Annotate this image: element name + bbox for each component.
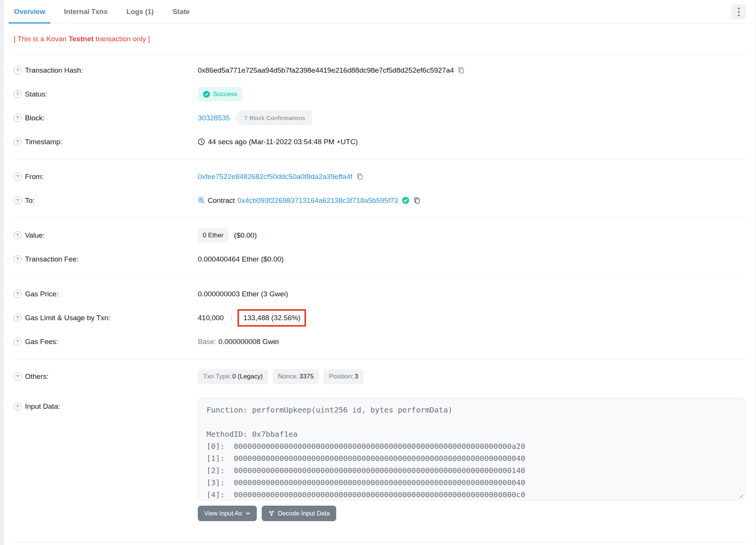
block-confirmations-badge: 7 Block Confirmations — [234, 111, 312, 126]
status-badge: Success — [198, 87, 242, 101]
view-input-as-button[interactable]: View Input As — [198, 506, 257, 521]
value-label: Value: — [25, 231, 45, 240]
help-icon[interactable]: ? — [14, 290, 22, 298]
to-address-link[interactable]: 0x4cb093f226983713164a62138c3f718a5b595f… — [238, 196, 398, 205]
ether-value-badge: 0 Ether — [198, 228, 228, 243]
check-circle-icon — [203, 91, 210, 98]
clock-icon — [198, 138, 205, 145]
tab-state[interactable]: State — [167, 0, 195, 23]
row-timestamp: ? Timestamp: 44 secs ago (Mar-11-2022 03… — [14, 130, 745, 154]
group-value-fee: ? Value: 0 Ether ($0.00) ? Transaction F… — [14, 218, 745, 276]
row-gas-limit-usage: ? Gas Limit & Usage by Txn: 410,000 | 13… — [14, 306, 745, 330]
input-data-textarea[interactable]: Function: performUpkeep(uint256 id, byte… — [198, 398, 745, 500]
row-status: ? Status: Success — [14, 82, 745, 106]
gas-usage-value: 133,488 (32.56%) — [243, 314, 300, 322]
help-icon[interactable]: ? — [14, 173, 22, 181]
zoom-in-icon[interactable] — [198, 197, 205, 204]
transaction-details-card: Overview Internal Txns Logs (1) State [ … — [4, 0, 756, 545]
timestamp-value: 44 secs ago (Mar-11-2022 03:54:48 PM +UT… — [208, 138, 358, 146]
verified-check-icon — [402, 197, 409, 204]
group-others-input: ? Others: Txn Type:0 (Legacy) Nonce:3375… — [14, 359, 745, 545]
copy-icon[interactable] — [356, 173, 363, 180]
nonce-badge: Nonce:3375 — [273, 369, 319, 384]
base-fee-value: 0.000000008 Gwei — [219, 338, 279, 346]
kebab-icon — [738, 8, 740, 9]
gas-limit-label: Gas Limit & Usage by Txn: — [25, 314, 110, 322]
input-word-2: [2]: 00000000000000000000000000000000000… — [206, 464, 737, 476]
input-methodid-line: MethodID: 0x7bbaf1ea — [206, 428, 737, 440]
block-number-link[interactable]: 30328535 — [198, 114, 230, 122]
help-icon[interactable]: ? — [14, 66, 22, 74]
tab-logs[interactable]: Logs (1) — [121, 0, 159, 23]
group-gas: ? Gas Price: 0.000000003 Ether (3 Gwei) … — [14, 277, 745, 359]
help-icon[interactable]: ? — [14, 138, 22, 146]
red-highlight-box: 133,488 (32.56%) — [238, 309, 306, 327]
from-address-link[interactable]: 0xfee7522e8482682cf50ddc50a0f8da2a39effa… — [198, 173, 352, 181]
usd-value: ($0.00) — [234, 231, 257, 240]
row-to: ? To: Contract 0x4cb093f226983713164a621… — [14, 188, 745, 212]
row-input-data: ? Input Data: Function: performUpkeep(ui… — [14, 398, 745, 500]
copy-icon[interactable] — [413, 197, 421, 204]
help-icon[interactable]: ? — [14, 372, 22, 380]
gas-fees-label: Gas Fees: — [25, 338, 58, 346]
chevron-down-icon — [245, 511, 250, 516]
row-block: ? Block: 30328535 7 Block Confirmations — [14, 106, 745, 130]
help-icon[interactable]: ? — [14, 90, 22, 98]
row-gas-fees: ? Gas Fees: Base: 0.000000008 Gwei — [14, 330, 745, 353]
from-label: From: — [25, 173, 44, 181]
position-badge: Position:3 — [323, 369, 363, 384]
row-gas-price: ? Gas Price: 0.000000003 Ether (3 Gwei) — [14, 282, 745, 306]
block-label: Block: — [25, 114, 45, 122]
kebab-menu-button[interactable] — [731, 4, 746, 19]
gas-limit-value: 410,000 — [198, 314, 224, 322]
bottom-divider — [14, 542, 745, 542]
help-icon[interactable]: ? — [14, 255, 22, 263]
tab-bar: Overview Internal Txns Logs (1) State — [4, 0, 755, 24]
page-background-strip — [0, 0, 4, 545]
input-word-0: [0]: 00000000000000000000000000000000000… — [206, 440, 737, 452]
to-label: To: — [25, 196, 34, 205]
help-icon[interactable]: ? — [14, 231, 22, 239]
input-word-1: [1]: 00000000000000000000000000000000000… — [206, 452, 737, 464]
row-from: ? From: 0xfee7522e8482682cf50ddc50a0f8da… — [14, 165, 745, 188]
pipe-separator: | — [231, 314, 233, 322]
transaction-hash-label: Transaction Hash: — [25, 66, 83, 75]
tab-internal-txns[interactable]: Internal Txns — [59, 0, 113, 23]
tab-overview[interactable]: Overview — [9, 0, 50, 23]
to-contract-prefix: Contract — [208, 196, 235, 205]
transaction-fee-value: 0.000400464 Ether ($0.00) — [198, 255, 284, 263]
input-data-label: Input Data: — [25, 402, 60, 411]
row-others: ? Others: Txn Type:0 (Legacy) Nonce:3375… — [14, 364, 745, 388]
help-icon[interactable]: ? — [14, 403, 22, 411]
copy-icon[interactable] — [458, 67, 465, 74]
help-icon[interactable]: ? — [14, 314, 22, 322]
row-value: ? Value: 0 Ether ($0.00) — [14, 223, 745, 247]
resize-handle[interactable] — [738, 493, 743, 498]
base-fee-label: Base: — [198, 338, 216, 346]
group-addresses: ? From: 0xfee7522e8482682cf50ddc50a0f8da… — [14, 159, 745, 218]
timestamp-label: Timestamp: — [25, 138, 62, 146]
transaction-hash-value: 0x86ed5a771e725aa94d5b7fa2398e4419e216d8… — [198, 66, 454, 75]
gas-price-value: 0.000000003 Ether (3 Gwei) — [198, 290, 288, 298]
help-icon[interactable]: ? — [14, 196, 22, 204]
input-word-3: [3]: 00000000000000000000000000000000000… — [206, 476, 737, 489]
input-function-line: Function: performUpkeep(uint256 id, byte… — [206, 404, 737, 416]
group-transaction-summary: ? Transaction Hash: 0x86ed5a771e725aa94d… — [14, 55, 745, 159]
row-transaction-fee: ? Transaction Fee: 0.000400464 Ether ($0… — [14, 247, 745, 271]
testnet-notice: [ This is a Kovan Testnet transaction on… — [14, 35, 745, 43]
txn-type-badge: Txn Type:0 (Legacy) — [198, 369, 268, 384]
transaction-fee-label: Transaction Fee: — [25, 255, 79, 263]
help-icon[interactable]: ? — [14, 114, 22, 122]
decode-icon — [268, 510, 275, 517]
gas-price-label: Gas Price: — [25, 290, 59, 298]
status-label: Status: — [25, 90, 47, 98]
others-label: Others: — [25, 372, 48, 381]
row-transaction-hash: ? Transaction Hash: 0x86ed5a771e725aa94d… — [14, 58, 745, 82]
decode-input-data-button[interactable]: Decode Input Data — [262, 506, 337, 521]
help-icon[interactable]: ? — [14, 338, 22, 346]
input-word-4: [4]: 00000000000000000000000000000000000… — [206, 489, 737, 500]
